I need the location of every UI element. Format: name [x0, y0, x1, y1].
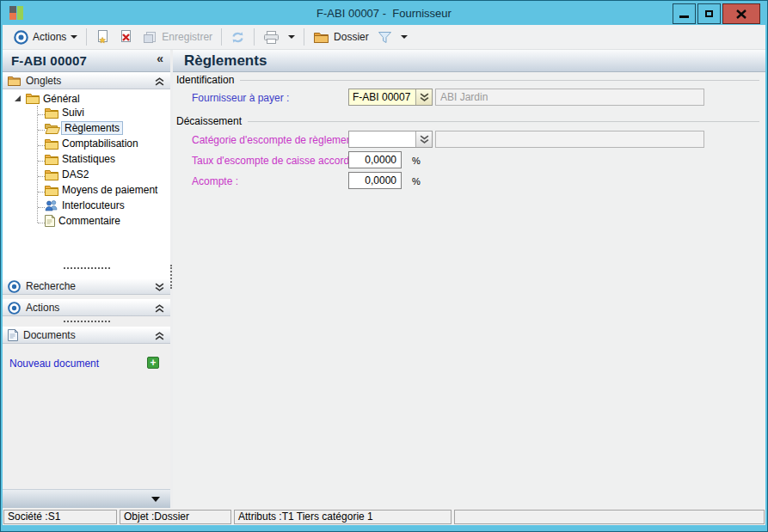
group-line	[248, 121, 759, 127]
save-button[interactable]: Enregistrer	[138, 28, 217, 46]
minimize-icon	[679, 15, 689, 18]
section-documents[interactable]: Documents	[3, 327, 170, 344]
fournisseur-label: Fournisseur à payer :	[192, 92, 289, 104]
collapse-chevrons-icon	[155, 332, 164, 340]
tree-item-reglements[interactable]: Règlements	[3, 120, 170, 136]
section-onglets-label: Onglets	[26, 75, 61, 87]
categorie-escompte-combo[interactable]	[348, 131, 433, 148]
window-title: F-ABI 00007 - Fournisseur	[3, 2, 765, 25]
categorie-escompte-name-field[interactable]	[435, 131, 704, 148]
fournisseur-combo-dropdown-button[interactable]	[415, 89, 432, 105]
record-id: F-ABI 00007	[3, 53, 87, 68]
new-record-icon	[95, 30, 110, 44]
titlebar: F-ABI 00007 - Fournisseur	[3, 2, 765, 25]
delete-record-button[interactable]	[114, 28, 138, 46]
pane-splitter-grip[interactable]	[3, 259, 170, 278]
minimize-button[interactable]	[673, 3, 696, 24]
tree-item-label: Commentaire	[58, 215, 120, 227]
expander-icon[interactable]	[15, 95, 21, 101]
folder-icon	[45, 169, 58, 180]
print-dropdown-button[interactable]	[284, 33, 299, 41]
folder-icon	[313, 31, 329, 44]
bullseye-icon	[8, 302, 21, 315]
acompte-unit: %	[412, 176, 421, 187]
folder-icon	[8, 76, 21, 86]
section-recherche[interactable]: Recherche	[3, 278, 170, 295]
statusbar-empty	[454, 510, 765, 524]
toolbar-separator	[221, 28, 222, 46]
categorie-escompte-combo-value	[349, 131, 415, 147]
statusbar-attributs: Attributs :T1 Tiers catégorie 1	[234, 510, 452, 524]
chevron-down-icon	[71, 35, 77, 39]
sidebar-scroll-down[interactable]	[3, 489, 170, 508]
group-decaissement-title: Décaissement	[176, 115, 242, 127]
pane-splitter-grip[interactable]	[3, 316, 170, 327]
people-icon	[45, 199, 58, 211]
app-window: F-ABI 00007 - Fournisseur Actions	[0, 0, 768, 532]
close-button[interactable]	[722, 3, 760, 24]
tree-item-general[interactable]: Général	[3, 89, 170, 105]
folder-icon	[26, 93, 40, 104]
refresh-button[interactable]	[226, 28, 249, 46]
toolbar-separator	[254, 28, 255, 46]
taux-escompte-input[interactable]	[348, 151, 402, 168]
dossier-button[interactable]: Dossier	[309, 28, 373, 46]
statusbar-societe: Société :S1	[3, 510, 117, 524]
group-line	[240, 80, 759, 86]
sidebar-collapse-button[interactable]: «	[157, 52, 163, 65]
open-folder-icon	[45, 123, 60, 134]
fournisseur-combo[interactable]: F-ABI 00007	[348, 89, 433, 106]
documents-pane: Nouveau document +	[3, 344, 170, 489]
new-document-link[interactable]: Nouveau document	[9, 358, 99, 370]
categorie-escompte-dropdown-button[interactable]	[415, 131, 432, 147]
toolbar-separator	[304, 28, 304, 46]
tree-item-moyens-de-paiement[interactable]: Moyens de paiement	[3, 182, 170, 198]
print-button[interactable]	[259, 28, 284, 46]
main-panel: Règlements Identification Fournisseur à …	[173, 50, 765, 508]
delete-record-icon	[119, 30, 133, 44]
document-icon	[45, 215, 55, 227]
section-actions-label: Actions	[26, 302, 59, 314]
section-actions[interactable]: Actions	[3, 299, 170, 316]
tree-item-interlocuteurs[interactable]: Interlocuteurs	[3, 198, 170, 213]
acompte-input[interactable]	[348, 172, 402, 189]
toolbar-separator	[86, 28, 87, 46]
collapse-chevrons-icon	[155, 77, 164, 86]
actions-menu-button[interactable]: Actions	[9, 28, 82, 47]
fournisseur-name-field[interactable]	[435, 89, 704, 106]
toolbar: Actions Enregi	[3, 25, 765, 50]
tree-item-label: DAS2	[62, 168, 89, 180]
sidebar: F-ABI 00007 « Onglets	[3, 50, 170, 508]
splitter-grip-icon	[170, 265, 172, 289]
fournisseur-combo-value: F-ABI 00007	[349, 89, 415, 105]
tree-item-comptabilisation[interactable]: Comptabilisation	[3, 136, 170, 151]
group-decaissement: Décaissement	[176, 115, 763, 127]
section-recherche-label: Recherche	[26, 280, 76, 292]
chevron-down-icon	[288, 35, 295, 39]
filter-button[interactable]	[373, 28, 396, 46]
double-chevron-down-icon	[420, 135, 429, 144]
maximize-button[interactable]	[697, 3, 721, 24]
tree-item-commentaire[interactable]: Commentaire	[3, 213, 170, 229]
acompte-label: Acompte :	[192, 175, 238, 187]
add-document-button[interactable]: +	[147, 357, 159, 369]
folder-icon	[45, 107, 58, 119]
taux-escompte-unit: %	[412, 156, 421, 166]
chevron-down-icon	[401, 35, 408, 39]
dossier-button-label: Dossier	[334, 31, 369, 43]
bullseye-icon	[8, 280, 21, 293]
tree-item-label: Comptabilisation	[62, 138, 138, 150]
printer-icon	[263, 31, 280, 44]
tabs-tree: Général Suivi Règl	[3, 89, 170, 259]
sidebar-header: F-ABI 00007 «	[3, 50, 170, 72]
section-onglets[interactable]: Onglets	[3, 72, 170, 89]
tree-item-label: Suivi	[62, 107, 84, 119]
tree-item-statistiques[interactable]: Statistiques	[3, 151, 170, 167]
close-icon	[736, 9, 746, 19]
tree-item-das2[interactable]: DAS2	[3, 167, 170, 182]
tree-item-label: Statistiques	[62, 153, 115, 165]
filter-dropdown-button[interactable]	[396, 33, 412, 41]
statusbar: Société :S1 Objet :Dossier Attributs :T1…	[3, 508, 765, 525]
tree-item-suivi[interactable]: Suivi	[3, 105, 170, 120]
new-record-button[interactable]	[91, 28, 114, 46]
